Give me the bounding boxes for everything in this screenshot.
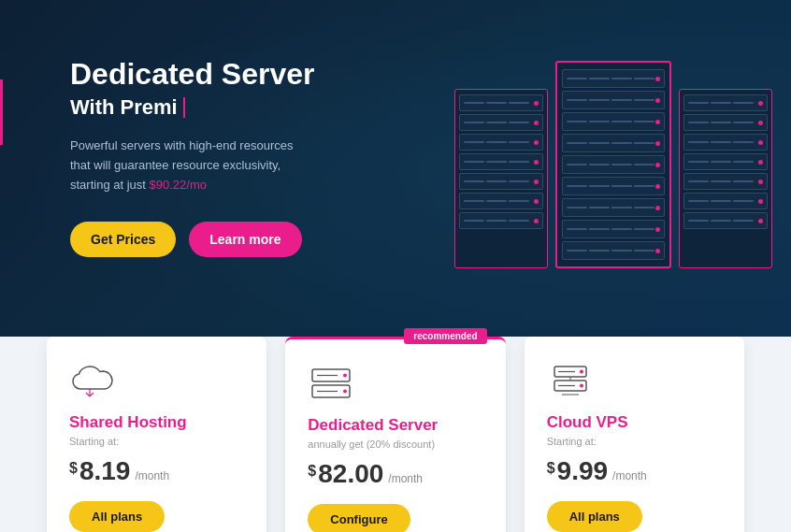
- dedicated-server-card: recommended Dedicated Server annually ge…: [285, 337, 505, 532]
- card-title: Shared Hosting: [69, 413, 244, 432]
- currency-symbol: $: [69, 460, 78, 477]
- hero-divider: [0, 79, 3, 145]
- card-subtitle: annually get (20% discount): [308, 439, 482, 450]
- card-title: Cloud VPS: [547, 413, 722, 432]
- get-prices-button[interactable]: Get Prices: [70, 222, 176, 257]
- shared-hosting-card: Shared Hosting Starting at: $ 8.19 /mont…: [47, 337, 266, 532]
- all-plans-vps-button[interactable]: All plans: [547, 501, 642, 532]
- hero-buttons: Get Prices Learn more: [70, 222, 397, 257]
- server-unit: [459, 173, 543, 190]
- server-unit: [459, 193, 543, 209]
- server-rack-center: [555, 61, 671, 268]
- server-unit: [562, 91, 665, 109]
- server-unit: [683, 173, 768, 190]
- server-unit: [683, 94, 768, 111]
- hero-subtitle: With Premi: [70, 95, 397, 120]
- server-icon: [308, 366, 482, 405]
- hero-description: Powerful servers with high-end resources…: [70, 137, 397, 194]
- all-plans-button[interactable]: All plans: [69, 501, 165, 532]
- price-value: 82.00: [318, 459, 383, 489]
- card-title: Dedicated Server: [308, 416, 482, 435]
- server-unit: [459, 153, 543, 170]
- server-unit: [562, 220, 665, 238]
- card-price: $ 9.99 /month: [547, 456, 722, 486]
- hero-title: Dedicated Server: [70, 56, 397, 92]
- hero-content: Dedicated Server With Premi Powerful ser…: [70, 56, 397, 257]
- server-unit: [562, 155, 665, 174]
- currency-symbol: $: [547, 460, 555, 477]
- server-unit: [683, 193, 768, 209]
- card-price: $ 8.19 /month: [69, 456, 244, 486]
- svg-point-9: [580, 384, 583, 388]
- server-unit: [683, 153, 768, 170]
- server-unit: [459, 134, 543, 151]
- server-unit: [459, 212, 543, 229]
- server-rack-right: [679, 89, 772, 268]
- cloud-vps-card: Cloud VPS Starting at: $ 9.99 /month All…: [525, 337, 744, 532]
- card-subtitle: Starting at:: [69, 436, 244, 447]
- price-value: 8.19: [79, 456, 131, 486]
- cursor-icon: [183, 97, 185, 118]
- server-unit: [562, 69, 665, 88]
- recommended-badge: recommended: [404, 328, 486, 344]
- card-price: $ 82.00 /month: [308, 459, 482, 489]
- per-month-label: /month: [388, 472, 423, 485]
- server-unit: [459, 114, 543, 131]
- svg-point-3: [343, 390, 347, 394]
- svg-point-8: [580, 370, 583, 374]
- servers-illustration: [454, 70, 772, 268]
- server-unit: [459, 94, 543, 111]
- per-month-label: /month: [612, 469, 647, 482]
- server-rack-left: [454, 89, 548, 268]
- svg-point-2: [343, 374, 347, 378]
- per-month-label: /month: [135, 469, 169, 482]
- hero-price: $90.22/mo: [150, 178, 207, 192]
- server-unit: [683, 134, 768, 151]
- cloud-icon: [69, 363, 244, 402]
- server-unit: [683, 212, 768, 229]
- currency-symbol: $: [308, 463, 316, 480]
- vps-icon: [547, 363, 722, 402]
- configure-button[interactable]: Configure: [308, 504, 410, 532]
- cards-section: Shared Hosting Starting at: $ 8.19 /mont…: [0, 337, 791, 532]
- price-value: 9.99: [557, 456, 609, 486]
- server-unit: [562, 134, 665, 152]
- server-unit: [562, 198, 665, 217]
- server-unit: [562, 177, 665, 195]
- server-unit: [562, 241, 665, 260]
- server-unit: [683, 114, 768, 131]
- hero-section: Dedicated Server With Premi Powerful ser…: [0, 0, 791, 337]
- server-unit: [562, 112, 665, 131]
- card-subtitle: Starting at:: [547, 436, 722, 447]
- learn-more-button[interactable]: Learn more: [189, 222, 301, 257]
